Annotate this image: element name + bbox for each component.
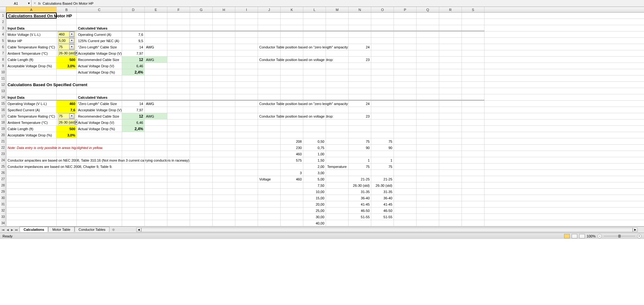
- column-header-L[interactable]: L: [303, 7, 326, 12]
- cell[interactable]: [258, 145, 281, 151]
- cell[interactable]: [213, 50, 235, 56]
- cell[interactable]: [371, 88, 394, 94]
- cell[interactable]: [394, 63, 417, 69]
- cell[interactable]: [122, 82, 145, 88]
- cell[interactable]: [371, 132, 394, 138]
- dropdown-input[interactable]: 75▾: [57, 44, 77, 50]
- cell[interactable]: [326, 63, 349, 69]
- cell[interactable]: [462, 101, 484, 107]
- cell[interactable]: [303, 126, 326, 132]
- cell[interactable]: [371, 170, 394, 176]
- cell[interactable]: [190, 63, 213, 69]
- cell[interactable]: [326, 38, 349, 44]
- cell[interactable]: [167, 132, 190, 138]
- cell[interactable]: [122, 13, 145, 19]
- cell[interactable]: [303, 101, 326, 107]
- cell[interactable]: [213, 157, 235, 163]
- cell[interactable]: [462, 189, 484, 195]
- input-cell[interactable]: 500: [57, 57, 77, 63]
- cell[interactable]: [213, 132, 235, 138]
- normal-view-button[interactable]: [564, 234, 570, 238]
- cell[interactable]: [326, 126, 349, 132]
- cell[interactable]: [167, 189, 190, 195]
- cell[interactable]: [122, 189, 145, 195]
- cell[interactable]: [213, 164, 235, 169]
- cell[interactable]: [213, 63, 235, 69]
- cell[interactable]: [281, 126, 303, 132]
- column-header-F[interactable]: F: [167, 7, 190, 12]
- cell[interactable]: [303, 38, 326, 44]
- cell[interactable]: [371, 113, 394, 119]
- cell[interactable]: [303, 82, 326, 88]
- cell[interactable]: [190, 126, 213, 132]
- cell[interactable]: [394, 119, 417, 125]
- cell[interactable]: [462, 151, 484, 157]
- cell[interactable]: [213, 94, 235, 100]
- cell[interactable]: [349, 38, 371, 44]
- cell[interactable]: [394, 132, 417, 138]
- cell[interactable]: [326, 57, 349, 63]
- cell[interactable]: [122, 75, 145, 81]
- cell[interactable]: [167, 94, 190, 100]
- cell[interactable]: [439, 119, 462, 125]
- cell[interactable]: [394, 220, 417, 226]
- sheet-tab[interactable]: Conductor Tables: [75, 227, 109, 232]
- cell[interactable]: [349, 69, 371, 75]
- tab-last-icon[interactable]: ⏭: [14, 228, 18, 232]
- cell[interactable]: [417, 220, 439, 226]
- cell[interactable]: [190, 151, 213, 157]
- cell[interactable]: [213, 107, 235, 113]
- cell[interactable]: [190, 176, 213, 182]
- cell[interactable]: [394, 164, 417, 169]
- cell[interactable]: [190, 195, 213, 201]
- cell[interactable]: [167, 57, 190, 63]
- dropdown-input[interactable]: 26-30 (std)▾: [57, 50, 77, 56]
- cell[interactable]: [439, 57, 462, 63]
- cell[interactable]: [57, 94, 77, 100]
- cell[interactable]: [167, 164, 190, 169]
- cell[interactable]: [439, 189, 462, 195]
- cell[interactable]: [57, 19, 77, 25]
- cell[interactable]: [394, 75, 417, 81]
- cell[interactable]: [462, 94, 484, 100]
- cell[interactable]: [439, 19, 462, 25]
- cell[interactable]: [281, 88, 303, 94]
- cell[interactable]: [371, 94, 394, 100]
- cell[interactable]: [462, 57, 484, 63]
- cell[interactable]: [258, 50, 281, 56]
- cell[interactable]: [394, 151, 417, 157]
- cell[interactable]: [57, 164, 77, 169]
- cell[interactable]: [6, 151, 57, 157]
- zoom-slider[interactable]: [604, 236, 635, 237]
- cell[interactable]: [326, 75, 349, 81]
- cell[interactable]: [326, 44, 349, 50]
- cell[interactable]: [371, 101, 394, 107]
- cell[interactable]: [235, 13, 258, 19]
- cell[interactable]: [6, 220, 57, 226]
- cell[interactable]: [462, 220, 484, 226]
- row-header[interactable]: 27: [0, 176, 6, 182]
- cell[interactable]: [77, 19, 122, 25]
- cell[interactable]: [235, 126, 258, 132]
- cell[interactable]: [303, 13, 326, 19]
- cell[interactable]: [462, 176, 484, 182]
- cell[interactable]: [371, 19, 394, 25]
- cell[interactable]: [213, 151, 235, 157]
- cell[interactable]: [190, 69, 213, 75]
- cell[interactable]: [235, 19, 258, 25]
- column-header-N[interactable]: N: [349, 7, 371, 12]
- cell[interactable]: [122, 145, 145, 151]
- cell[interactable]: [190, 50, 213, 56]
- cell[interactable]: [122, 25, 145, 31]
- cell[interactable]: [326, 119, 349, 125]
- cell[interactable]: [145, 145, 167, 151]
- cell[interactable]: [57, 176, 77, 182]
- cell[interactable]: [167, 145, 190, 151]
- cell[interactable]: [417, 44, 439, 50]
- cell[interactable]: [349, 151, 371, 157]
- cell[interactable]: [213, 25, 235, 31]
- column-header-E[interactable]: E: [145, 7, 167, 12]
- cell[interactable]: [462, 119, 484, 125]
- hscroll-right-icon[interactable]: ▶: [633, 228, 638, 232]
- cell[interactable]: [417, 170, 439, 176]
